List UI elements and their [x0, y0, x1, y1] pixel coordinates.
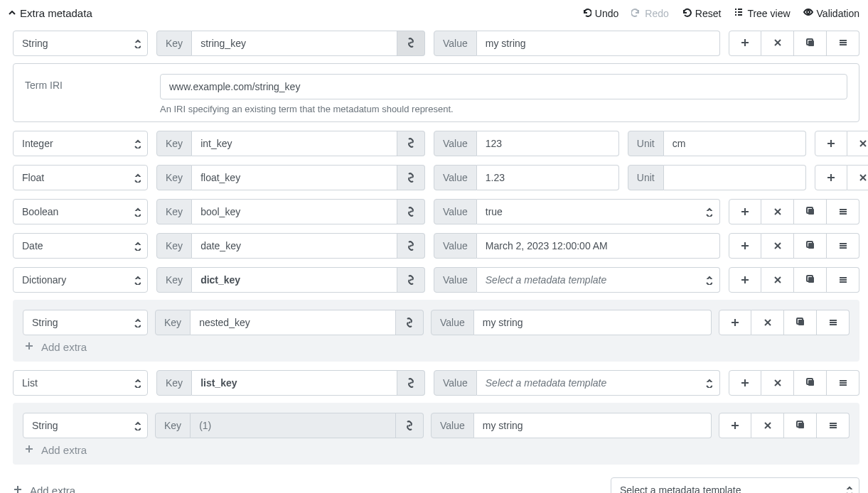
validation-label: Validation: [817, 8, 859, 19]
eye-icon: [803, 7, 813, 19]
value-label: Value: [431, 413, 474, 438]
link-toggle[interactable]: [397, 131, 425, 156]
value-selected: true: [486, 206, 503, 217]
add-extra-root-button[interactable]: Add extra: [13, 484, 75, 494]
key-input[interactable]: [192, 131, 397, 156]
key-input[interactable]: [192, 165, 397, 190]
add-button[interactable]: [815, 131, 847, 156]
remove-button[interactable]: [751, 413, 784, 438]
key-input[interactable]: [192, 233, 397, 259]
menu-button[interactable]: [827, 233, 859, 259]
add-button[interactable]: [729, 31, 761, 56]
x-icon: [773, 38, 783, 50]
add-extra-label: Add extra: [30, 484, 75, 494]
template-select[interactable]: Select a metadata template: [477, 370, 720, 396]
copy-button[interactable]: [794, 233, 827, 259]
template-select[interactable]: Select a metadata template: [477, 267, 720, 293]
link-toggle[interactable]: [397, 165, 425, 190]
template-placeholder: Select a metadata template: [486, 274, 606, 286]
undo-button[interactable]: Undo: [582, 7, 618, 19]
copy-button[interactable]: [784, 413, 817, 438]
redo-button[interactable]: Redo: [631, 7, 668, 19]
term-iri-input[interactable]: [160, 74, 847, 99]
term-iri-label: Term IRI: [25, 74, 146, 91]
section-header[interactable]: Extra metadata: [9, 7, 92, 19]
remove-button[interactable]: [761, 199, 794, 224]
value-label: Value: [434, 31, 477, 56]
remove-button[interactable]: [847, 165, 868, 190]
template-placeholder: Select a metadata template: [486, 377, 606, 389]
tree-view-button[interactable]: Tree view: [734, 7, 790, 19]
link-toggle[interactable]: [397, 199, 425, 224]
copy-button[interactable]: [784, 310, 817, 335]
value-input[interactable]: [477, 31, 720, 56]
key-label: Key: [156, 31, 192, 56]
remove-button[interactable]: [761, 233, 794, 259]
metadata-row-integer: Integer Key Value Unit: [13, 131, 859, 156]
value-input[interactable]: [474, 310, 712, 335]
key-label: Key: [156, 233, 192, 259]
add-button[interactable]: [729, 199, 761, 224]
link-toggle[interactable]: [396, 413, 424, 438]
menu-button[interactable]: [827, 199, 859, 224]
term-iri-help: An IRI specifying an existing term that …: [160, 104, 847, 114]
remove-button[interactable]: [761, 267, 794, 293]
remove-button[interactable]: [847, 131, 868, 156]
add-button[interactable]: [719, 310, 751, 335]
link-toggle[interactable]: [397, 370, 425, 396]
type-select[interactable]: String: [23, 413, 148, 438]
unit-input[interactable]: [664, 131, 806, 156]
add-button[interactable]: [729, 370, 761, 396]
menu-button[interactable]: [817, 413, 850, 438]
type-select[interactable]: Date: [13, 233, 148, 259]
type-select[interactable]: Boolean: [13, 199, 148, 224]
remove-button[interactable]: [761, 31, 794, 56]
date-input[interactable]: March 2, 2023 12:00:00 AM: [477, 233, 720, 259]
key-input[interactable]: [191, 310, 396, 335]
unit-input[interactable]: [664, 165, 806, 190]
type-value: Integer: [13, 131, 148, 156]
menu-button[interactable]: [827, 370, 859, 396]
add-button[interactable]: [719, 413, 751, 438]
value-select[interactable]: true: [477, 199, 720, 224]
validation-button[interactable]: Validation: [803, 7, 859, 19]
key-label: Key: [156, 165, 192, 190]
add-extra-button[interactable]: Add extra: [23, 438, 850, 457]
remove-button[interactable]: [761, 370, 794, 396]
link-toggle[interactable]: [397, 31, 425, 56]
metadata-row-list: List Key Value Select a metadata templat…: [13, 370, 859, 396]
metadata-row-nested-string: String Key Value: [23, 310, 850, 335]
type-select[interactable]: List: [13, 370, 148, 396]
link-toggle[interactable]: [397, 267, 425, 293]
menu-button[interactable]: [827, 31, 859, 56]
remove-button[interactable]: [751, 310, 784, 335]
footer-template-select[interactable]: Select a metadata template: [611, 477, 859, 493]
add-button[interactable]: [729, 233, 761, 259]
metadata-row-dictionary: Dictionary Key Value Select a metadata t…: [13, 267, 859, 293]
key-input[interactable]: [192, 267, 397, 293]
type-select[interactable]: String: [23, 310, 148, 335]
value-input[interactable]: [477, 131, 619, 156]
type-select[interactable]: Float: [13, 165, 148, 190]
add-extra-button[interactable]: Add extra: [23, 335, 850, 354]
type-select[interactable]: Integer: [13, 131, 148, 156]
copy-button[interactable]: [794, 267, 827, 293]
reset-button[interactable]: Reset: [682, 7, 722, 19]
add-button[interactable]: [729, 267, 761, 293]
type-select[interactable]: String: [13, 31, 148, 56]
type-select[interactable]: Dictionary: [13, 267, 148, 293]
value-input[interactable]: [474, 413, 712, 438]
link-toggle[interactable]: [397, 233, 425, 259]
value-input[interactable]: [477, 165, 619, 190]
menu-button[interactable]: [817, 310, 850, 335]
add-button[interactable]: [815, 165, 847, 190]
copy-button[interactable]: [794, 199, 827, 224]
key-input[interactable]: [192, 31, 397, 56]
copy-button[interactable]: [794, 370, 827, 396]
key-input[interactable]: [192, 370, 397, 396]
copy-button[interactable]: [794, 31, 827, 56]
link-toggle[interactable]: [396, 310, 424, 335]
redo-label: Redo: [645, 8, 668, 19]
key-input[interactable]: [192, 199, 397, 224]
menu-button[interactable]: [827, 267, 859, 293]
